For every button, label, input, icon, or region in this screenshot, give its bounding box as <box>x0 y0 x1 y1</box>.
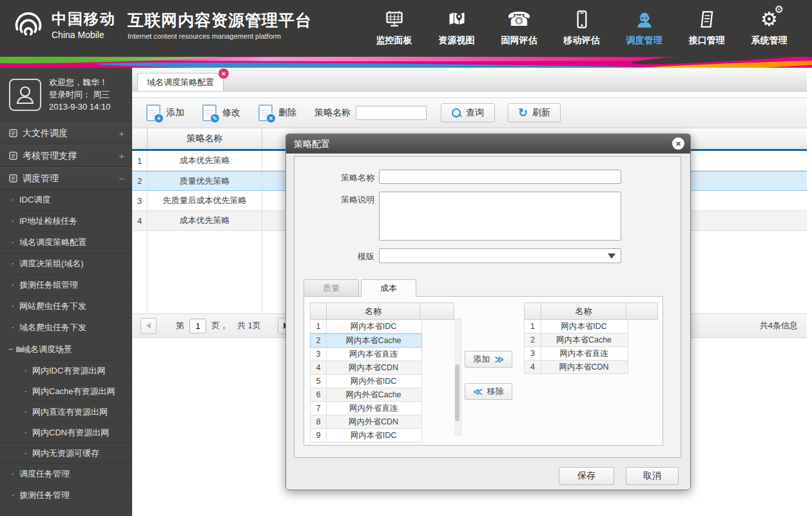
sidebar-item-scene-direct[interactable]: 网内直连有资源出网 <box>0 402 132 422</box>
transfer-left-row[interactable]: 3网内本省直连 <box>310 348 422 361</box>
sidebar-item-domain-crawler[interactable]: 域名爬虫任务下发 <box>0 317 132 339</box>
nav-item-interface-mgmt[interactable]: 接口管理 <box>675 5 738 46</box>
policy-name-input[interactable] <box>379 170 621 184</box>
prev-page-button[interactable] <box>140 318 157 334</box>
page-number-input[interactable] <box>189 319 206 333</box>
transfer-remove-button[interactable]: ≪ 移除 <box>465 383 512 400</box>
sidebar-item-scene-cache[interactable]: 网内Cache有资源出网 <box>0 381 132 402</box>
gears-icon: ⚙⚙ <box>738 5 800 34</box>
query-button[interactable]: 查询 <box>441 103 495 123</box>
sidebar-item-dispatch-task-mgmt[interactable]: 调度任务管理 <box>0 464 132 485</box>
monitor-icon <box>363 5 425 34</box>
tab-domain-policy-config[interactable]: 域名调度策略配置 × <box>137 73 224 91</box>
transfer-left-row[interactable]: 9网内本省IDC <box>310 429 422 442</box>
tab-quality[interactable]: 质量 <box>304 279 359 297</box>
transfer-right-row[interactable]: 3网内本省直连 <box>524 347 628 361</box>
tab-cost[interactable]: 成本 <box>361 279 416 297</box>
sidebar-item-idc-dispatch[interactable]: IDC调度 <box>0 190 132 211</box>
map-icon <box>425 5 488 34</box>
dropdown-caret-icon <box>608 253 615 259</box>
sidebar-item-scene-idc[interactable]: 网内IDC有资源出网 <box>0 361 132 381</box>
delete-button[interactable]: × 删除 <box>258 104 296 121</box>
sidebar-item-decision-group[interactable]: 调度决策组(域名) <box>0 253 132 275</box>
selected-list: 名称 1网内本省IDC 2网内本省Cache 3网内本省直连 4网内本省CDN <box>524 303 658 374</box>
tab-close-icon[interactable]: × <box>218 68 229 79</box>
save-button[interactable]: 保存 <box>559 467 614 485</box>
total-records: 共4条信息 <box>760 320 798 332</box>
avatar <box>9 79 41 111</box>
transfer-left-row-selected[interactable]: 2网内本省Cache <box>310 333 422 348</box>
nav-item-resource-view[interactable]: 资源视图 <box>425 5 488 46</box>
cancel-button[interactable]: 取消 <box>626 467 679 485</box>
headset-icon <box>613 5 675 34</box>
nav-item-dispatch-mgmt[interactable]: 调度管理 <box>613 5 675 46</box>
sidebar-item-ip-check-task[interactable]: IP地址检核任务 <box>0 211 132 232</box>
expand-icon[interactable]: + <box>119 123 124 144</box>
template-select[interactable] <box>379 248 621 263</box>
policy-desc-textarea[interactable] <box>379 192 621 241</box>
ribbon-decoration <box>0 57 812 68</box>
sidebar-item-scene-nocache[interactable]: 网内无资源可缓存 <box>0 443 132 464</box>
transfer-left-row[interactable]: 6网内外省Cache <box>310 388 422 402</box>
sidebar-menu-dispatch[interactable]: 调度管理 − <box>0 167 132 190</box>
sidebar-item-probe-task-mgmt[interactable]: 拨测任务管理 <box>0 485 132 506</box>
policy-config-dialog: 策略配置 × 策略名称 策略说明 模版 <box>285 134 691 490</box>
sidebar-item-probe-task-group[interactable]: 拨测任务组管理 <box>0 275 132 296</box>
left-list-scrollbar[interactable] <box>454 319 461 435</box>
policy-name-filter-input[interactable] <box>356 106 427 120</box>
top-nav: 监控面板 资源视图 ☎ 固网评估 移动评估 <box>363 5 800 46</box>
scrollbar-thumb[interactable] <box>455 364 459 421</box>
login-time-label: 登录时间： 周三 <box>49 88 110 101</box>
platform-title: 互联网内容资源管理平台 <box>128 10 312 31</box>
transfer-left-row[interactable]: 7网内外省直连 <box>310 402 422 415</box>
transfer-left-row[interactable]: 8网内外省CDN <box>310 415 422 429</box>
app: 中国移动 China Mobile 互联网内容资源管理平台 Internet c… <box>0 0 812 516</box>
sidebar-tree-domain-scene[interactable]: − 域名调度场景 <box>0 339 132 361</box>
collapse-icon[interactable]: − <box>119 168 124 189</box>
sidebar-menu-bigfile[interactable]: 大文件调度 + <box>0 122 132 144</box>
login-datetime: 2013-9-30 14:10 <box>49 101 110 113</box>
transfer-left-row[interactable]: 1网内本省IDC <box>310 320 422 333</box>
app-header: 中国移动 China Mobile 互联网内容资源管理平台 Internet c… <box>0 0 812 57</box>
double-right-arrow-icon: ≫ <box>494 354 504 364</box>
dialog-tabs: 质量 成本 <box>304 279 418 297</box>
column-name: 名称 <box>327 303 420 319</box>
transfer-left-row[interactable]: 5网内外省IDC <box>310 375 422 388</box>
welcome-text: 欢迎您，魏华！ <box>49 76 110 88</box>
policy-name-label: 策略名称 <box>295 170 374 184</box>
expand-icon[interactable]: + <box>119 145 124 166</box>
dialog-titlebar[interactable]: 策略配置 × <box>286 134 690 154</box>
mobile-icon <box>550 5 613 34</box>
sidebar-item-site-crawler[interactable]: 网站爬虫任务下发 <box>0 296 132 317</box>
edit-doc-icon: ✎ <box>202 104 217 121</box>
folder-icon <box>15 346 25 353</box>
user-panel: 欢迎您，魏华！ 登录时间： 周三 2013-9-30 14:10 <box>0 68 132 122</box>
add-button[interactable]: + 添加 <box>146 104 184 121</box>
doc-icon <box>9 146 17 168</box>
dialog-close-icon[interactable]: × <box>672 137 684 150</box>
nav-item-monitor-panel[interactable]: 监控面板 <box>363 5 425 46</box>
transfer-left-row[interactable]: 4网内本省CDN <box>310 361 422 375</box>
transfer-right-row[interactable]: 4网内本省CDN <box>524 361 628 374</box>
refresh-button[interactable]: ↻ 刷新 <box>508 103 561 123</box>
modify-button[interactable]: ✎ 修改 <box>202 104 240 121</box>
sidebar-menu-assessment[interactable]: 考核管理支撑 + <box>0 144 132 167</box>
column-name: 名称 <box>541 303 626 319</box>
brand-name-cn: 中国移动 <box>52 9 116 29</box>
sidebar-item-domain-policy-config[interactable]: 域名调度策略配置 <box>0 232 132 253</box>
total-pages: 共 1页 <box>237 320 261 332</box>
column-policy-name: 策略名称 <box>148 128 262 149</box>
collapse-icon[interactable]: − <box>8 339 14 360</box>
nav-item-fixed-network-eval[interactable]: ☎ 固网评估 <box>488 5 550 46</box>
policy-name-filter-label: 策略名称 <box>314 107 351 119</box>
nav-item-system-mgmt[interactable]: ⚙⚙ 系统管理 <box>738 5 800 46</box>
sidebar-item-scene-cdn[interactable]: 网内CDN有资源出网 <box>0 422 132 443</box>
nav-item-mobile-eval[interactable]: 移动评估 <box>550 5 613 46</box>
template-label: 模版 <box>295 248 374 263</box>
transfer-add-button[interactable]: 添加 ≫ <box>465 351 512 368</box>
phone-icon: ☎ <box>488 5 550 34</box>
search-icon <box>452 108 461 117</box>
transfer-right-row[interactable]: 1网内本省IDC <box>524 320 628 333</box>
transfer-right-row[interactable]: 2网内本省Cache <box>524 333 628 347</box>
doc-icon <box>9 169 17 190</box>
